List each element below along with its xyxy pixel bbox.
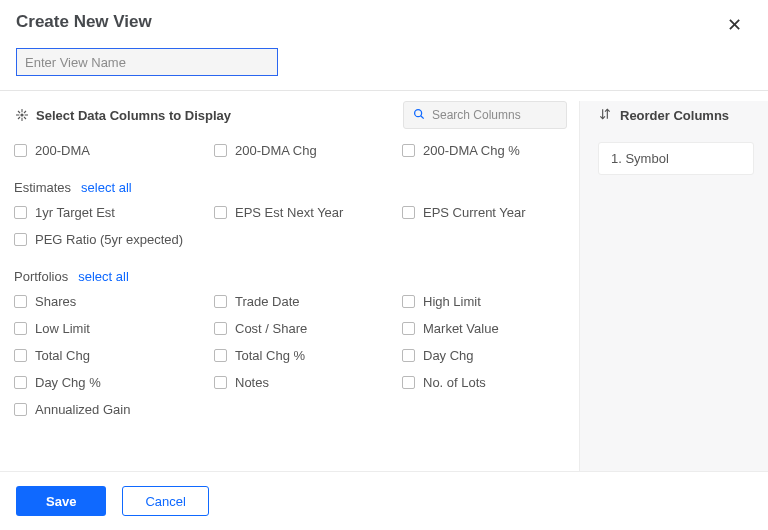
checkbox[interactable] [214,295,227,308]
checkbox[interactable] [214,349,227,362]
column-label: EPS Current Year [423,205,526,220]
column-label: 200-DMA Chg % [423,143,520,158]
column-checkbox[interactable]: Market Value [402,321,570,336]
column-label: Day Chg [423,348,474,363]
column-label: Market Value [423,321,499,336]
column-checkbox[interactable]: Shares [14,294,214,309]
search-icon [412,107,426,124]
select-all-portfolios[interactable]: select all [78,269,129,284]
column-checkbox[interactable]: 1yr Target Est [14,205,214,220]
column-label: Trade Date [235,294,300,309]
checkbox[interactable] [402,322,415,335]
column-label: PEG Ratio (5yr expected) [35,232,183,247]
checkbox[interactable] [402,144,415,157]
column-checkbox[interactable]: EPS Est Next Year [214,205,402,220]
checkbox[interactable] [402,206,415,219]
column-checkbox[interactable]: Low Limit [14,321,214,336]
reorder-icon [598,107,612,124]
svg-line-8 [18,117,20,119]
svg-line-10 [421,115,424,118]
checkbox[interactable] [402,349,415,362]
column-label: Cost / Share [235,321,307,336]
column-checkbox[interactable]: 200-DMA Chg % [402,143,570,158]
column-label: Shares [35,294,76,309]
checkbox[interactable] [14,403,27,416]
column-checkbox[interactable]: Annualized Gain [14,402,214,417]
column-label: 1yr Target Est [35,205,115,220]
column-checkbox[interactable]: Day Chg [402,348,570,363]
checkbox[interactable] [14,233,27,246]
search-columns-input[interactable] [432,108,558,122]
column-label: 200-DMA [35,143,90,158]
checkbox[interactable] [14,322,27,335]
reorder-pane: Reorder Columns 1. Symbol [580,101,768,471]
svg-point-9 [415,109,422,116]
column-label: Low Limit [35,321,90,336]
svg-point-0 [21,114,23,116]
reorder-item[interactable]: 1. Symbol [598,142,754,175]
reorder-heading: Reorder Columns [598,105,754,124]
checkbox[interactable] [214,322,227,335]
select-columns-heading: Select Data Columns to Display [14,107,231,123]
column-checkbox[interactable]: PEG Ratio (5yr expected) [14,232,402,247]
column-label: 200-DMA Chg [235,143,317,158]
column-checkbox[interactable]: Notes [214,375,402,390]
select-columns-label: Select Data Columns to Display [36,108,231,123]
cancel-button[interactable]: Cancel [122,486,208,516]
svg-line-7 [24,111,26,113]
column-label: Notes [235,375,269,390]
column-checkbox[interactable]: Day Chg % [14,375,214,390]
svg-line-5 [18,111,20,113]
reorder-label: Reorder Columns [620,108,729,123]
column-label: High Limit [423,294,481,309]
column-label: Annualized Gain [35,402,130,417]
checkbox[interactable] [14,206,27,219]
column-label: EPS Est Next Year [235,205,343,220]
column-checkbox[interactable]: Total Chg % [214,348,402,363]
checkbox[interactable] [214,144,227,157]
svg-line-6 [24,117,26,119]
checkbox[interactable] [402,295,415,308]
column-checkbox[interactable]: 200-DMA [14,143,214,158]
column-label: No. of Lots [423,375,486,390]
checkbox[interactable] [402,376,415,389]
close-icon[interactable]: ✕ [723,12,746,38]
group-name-estimates: Estimates [14,180,71,195]
column-checkbox[interactable]: Total Chg [14,348,214,363]
column-checkbox[interactable]: EPS Current Year [402,205,570,220]
column-checkbox[interactable]: 200-DMA Chg [214,143,402,158]
checkbox[interactable] [14,349,27,362]
save-button[interactable]: Save [16,486,106,516]
column-checkbox[interactable]: Cost / Share [214,321,402,336]
checkbox[interactable] [14,295,27,308]
columns-pane: Select Data Columns to Display 200-DMA [0,101,580,471]
column-label: Total Chg [35,348,90,363]
page-title: Create New View [16,12,152,32]
group-name-portfolios: Portfolios [14,269,68,284]
checkbox[interactable] [214,206,227,219]
search-columns-field[interactable] [403,101,567,129]
column-label: Total Chg % [235,348,305,363]
select-all-estimates[interactable]: select all [81,180,132,195]
checkbox[interactable] [214,376,227,389]
checkbox[interactable] [14,376,27,389]
view-name-input[interactable] [16,48,278,76]
column-label: Day Chg % [35,375,101,390]
divider [0,90,768,91]
checkbox[interactable] [14,144,27,157]
sparkle-icon [14,107,30,123]
column-checkbox[interactable]: Trade Date [214,294,402,309]
column-checkbox[interactable]: No. of Lots [402,375,570,390]
column-checkbox[interactable]: High Limit [402,294,570,309]
